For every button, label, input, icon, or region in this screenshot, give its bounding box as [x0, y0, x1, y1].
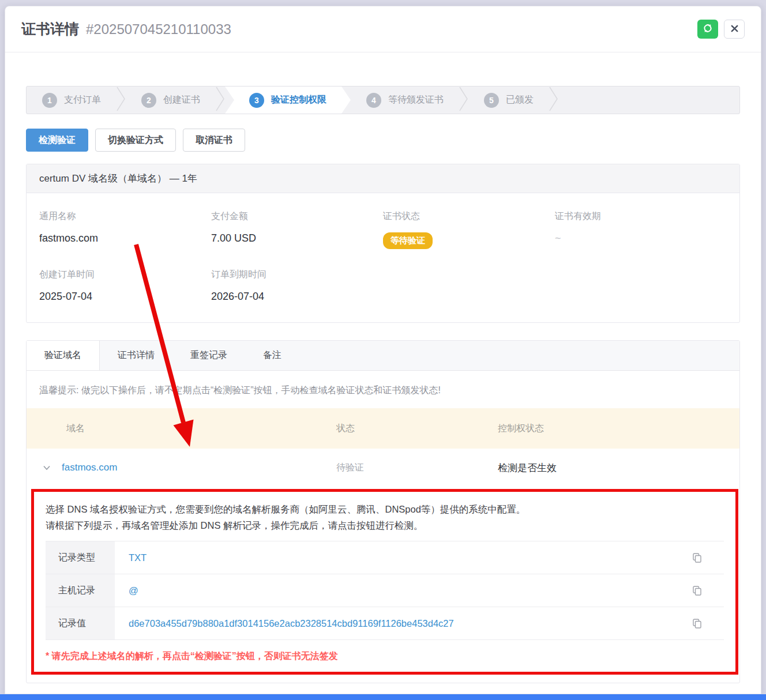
- record-value: d6e703a455d79b880a1df3014156e2acb2328514…: [115, 607, 691, 639]
- refresh-button[interactable]: [697, 20, 718, 39]
- field-label: 证书状态: [383, 210, 555, 223]
- page-title: 证书详情: [21, 20, 79, 39]
- domain-table-header: 域名 状态 控制权状态: [27, 408, 739, 449]
- step-number: 4: [366, 93, 381, 108]
- progress-steps: 1 支付订单 2 创建证书 3 验证控制权限 4 等待颁发证书 5 已颁发: [26, 86, 740, 114]
- step-number: 3: [249, 93, 264, 108]
- tab-reissue-log[interactable]: 重签记录: [172, 341, 245, 370]
- step-separator-icon: [549, 86, 558, 114]
- refresh-icon: [703, 23, 713, 35]
- tab-remarks[interactable]: 备注: [245, 341, 299, 370]
- field-value: 2025-07-04: [39, 291, 211, 303]
- record-label: 记录类型: [46, 541, 115, 574]
- table-row: fastmos.com 待验证 检测是否生效: [27, 449, 739, 487]
- order-number: #202507045210110033: [86, 21, 231, 37]
- step-number: 2: [141, 93, 156, 108]
- product-name: certum DV 域名级（单域名） — 1年: [27, 164, 739, 193]
- status-badge: 等待验证: [383, 232, 433, 249]
- field-label: 创建订单时间: [39, 269, 211, 281]
- field-cert-validity: 证书有效期 ~: [555, 210, 727, 249]
- step-separator-icon: [117, 86, 126, 114]
- copy-icon[interactable]: [691, 607, 724, 639]
- step-separator-icon: [459, 86, 468, 114]
- field-label: 订单到期时间: [211, 269, 383, 281]
- dns-host-record-row: 主机记录 @: [46, 574, 724, 607]
- domain-link[interactable]: fastmos.com: [62, 462, 117, 473]
- dns-verification-panel annotation-box: 选择 DNS 域名授权验证方式，您需要到您的域名解析服务商（如阿里云、腾讯、DN…: [31, 489, 738, 675]
- step-label: 创建证书: [163, 94, 200, 106]
- field-order-created: 创建订单时间 2025-07-04: [39, 269, 211, 303]
- step-number: 1: [42, 93, 57, 108]
- close-button[interactable]: [724, 20, 745, 39]
- record-label: 主机记录: [46, 574, 115, 607]
- step-label: 验证控制权限: [271, 94, 326, 106]
- step-verify-control: 3 验证控制权限: [225, 86, 351, 114]
- action-buttons: 检测验证 切换验证方式 取消证书: [26, 129, 740, 152]
- field-value: fastmos.com: [39, 232, 211, 244]
- chevron-down-icon[interactable]: [43, 465, 51, 471]
- cancel-cert-button[interactable]: 取消证书: [183, 129, 245, 152]
- copy-icon[interactable]: [691, 541, 724, 574]
- step-label: 等待颁发证书: [388, 94, 444, 106]
- record-value: @: [115, 574, 691, 607]
- dialog-header: 证书详情 #202507045210110033: [5, 6, 761, 52]
- dns-instruction-line1: 选择 DNS 域名授权验证方式，您需要到您的域名解析服务商（如阿里云、腾讯、DN…: [46, 501, 724, 517]
- field-label: 支付金额: [211, 210, 383, 223]
- field-paid-amount: 支付金额 7.00 USD: [211, 210, 383, 249]
- dns-warning-text: * 请先完成上述域名的解析，再点击“检测验证”按钮，否则证书无法签发: [46, 650, 724, 663]
- field-cert-status: 证书状态 等待验证: [383, 210, 555, 249]
- col-control-status: 控制权状态: [498, 423, 739, 435]
- step-number: 5: [484, 93, 499, 108]
- field-value: ~: [555, 232, 727, 244]
- field-label: 通用名称: [39, 210, 211, 223]
- friendly-tip: 温馨提示: 做完以下操作后，请不定期点击“检测验证”按钮，手动检查域名验证状态和…: [27, 371, 739, 408]
- col-status: 状态: [336, 423, 498, 435]
- control-status-link[interactable]: 检测是否生效: [498, 461, 739, 475]
- header-buttons: [697, 20, 745, 39]
- copy-icon[interactable]: [691, 574, 724, 607]
- field-order-expires: 订单到期时间 2026-07-04: [211, 269, 383, 303]
- step-label: 支付订单: [64, 94, 101, 106]
- bottom-accent-bar: [0, 694, 766, 700]
- step-pay-order: 1 支付订单: [27, 86, 117, 114]
- domain-status: 待验证: [336, 462, 498, 474]
- record-value: TXT: [115, 541, 691, 574]
- order-fields: 通用名称 fastmos.com 支付金额 7.00 USD 证书状态 等待验证…: [27, 193, 739, 322]
- step-create-cert: 2 创建证书: [126, 86, 216, 114]
- field-common-name: 通用名称 fastmos.com: [39, 210, 211, 249]
- check-verify-button[interactable]: 检测验证: [26, 129, 88, 152]
- field-label: 证书有效期: [555, 210, 727, 223]
- tab-bar: 验证域名 证书详情 重签记录 备注: [27, 341, 739, 371]
- dns-instruction-line2: 请根据下列提示，再域名管理处添加 DNS 解析记录，操作完成后，请点击按钮进行检…: [46, 517, 724, 533]
- step-await-issue: 4 等待颁发证书: [351, 86, 459, 114]
- tab-cert-detail[interactable]: 证书详情: [100, 341, 172, 370]
- dns-record-type-row: 记录类型 TXT: [46, 541, 724, 574]
- field-value: 2026-07-04: [211, 291, 383, 303]
- certificate-detail-dialog: 证书详情 #202507045210110033: [5, 6, 761, 694]
- tab-verify-domain[interactable]: 验证域名: [27, 341, 100, 370]
- col-domain: 域名: [27, 423, 336, 435]
- order-info-panel: certum DV 域名级（单域名） — 1年 通用名称 fastmos.com…: [26, 164, 740, 323]
- step-separator-icon: [216, 86, 225, 114]
- record-label: 记录值: [46, 607, 115, 639]
- close-icon: [731, 25, 738, 34]
- dns-record-table: 记录类型 TXT 主机记录 @: [46, 541, 724, 640]
- field-value: 7.00 USD: [211, 232, 383, 244]
- switch-method-button[interactable]: 切换验证方式: [95, 129, 176, 152]
- dns-record-value-row: 记录值 d6e703a455d79b880a1df3014156e2acb232…: [46, 607, 724, 640]
- step-issued: 5 已颁发: [468, 86, 549, 114]
- dialog-body: 1 支付订单 2 创建证书 3 验证控制权限 4 等待颁发证书 5 已颁发: [5, 86, 761, 683]
- detail-tabs-panel: 验证域名 证书详情 重签记录 备注 温馨提示: 做完以下操作后，请不定期点击“检…: [26, 340, 740, 683]
- step-label: 已颁发: [506, 94, 534, 106]
